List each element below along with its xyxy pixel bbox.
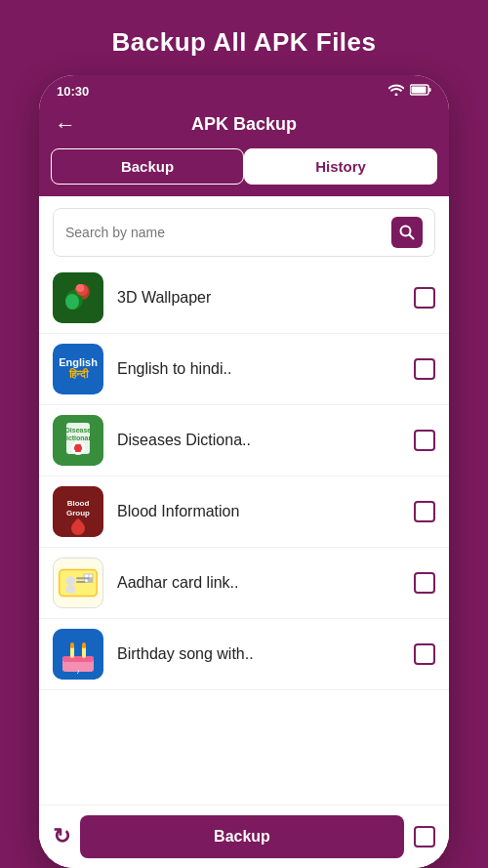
search-button[interactable] bbox=[391, 217, 423, 248]
app-icon-english: English हिन्दी bbox=[53, 344, 103, 394]
status-icons bbox=[388, 83, 431, 99]
svg-point-12 bbox=[76, 284, 84, 292]
list-item: Blood Group Blood Information bbox=[39, 476, 449, 548]
svg-text:Disease: Disease bbox=[65, 427, 92, 434]
checkbox-blood[interactable] bbox=[414, 501, 435, 522]
svg-rect-31 bbox=[76, 577, 89, 579]
app-name-aadhar: Aadhar card link.. bbox=[117, 574, 400, 592]
status-bar: 10:30 bbox=[39, 75, 449, 104]
svg-rect-29 bbox=[90, 574, 93, 577]
page-title: Backup All APK Files bbox=[111, 27, 376, 58]
app-name-english: English to hindi.. bbox=[117, 360, 400, 378]
svg-rect-2 bbox=[429, 88, 431, 92]
search-icon bbox=[399, 225, 415, 240]
app-icon-disease: Disease Dictionary bbox=[53, 415, 103, 466]
svg-text:Blood: Blood bbox=[67, 499, 90, 508]
app-icon-aadhar bbox=[53, 558, 103, 608]
svg-rect-26 bbox=[66, 586, 76, 594]
checkbox-birthday[interactable] bbox=[414, 643, 435, 665]
svg-text:♪: ♪ bbox=[76, 668, 80, 675]
tab-bar: Backup History bbox=[39, 148, 449, 196]
svg-point-25 bbox=[66, 576, 76, 586]
app-name-blood: Blood Information bbox=[117, 503, 400, 520]
app-icon-wallpaper bbox=[53, 272, 103, 323]
battery-icon bbox=[410, 84, 431, 99]
svg-point-10 bbox=[65, 294, 79, 310]
app-icon-birthday: ♪ bbox=[53, 629, 103, 680]
wifi-icon bbox=[388, 83, 404, 99]
select-all-checkbox[interactable] bbox=[414, 826, 435, 847]
list-item: Disease Dictionary Diseases Dictiona.. bbox=[39, 405, 449, 476]
checkbox-aadhar[interactable] bbox=[414, 572, 435, 594]
svg-rect-35 bbox=[62, 656, 94, 662]
page-title-wrapper: Backup All APK Files bbox=[111, 0, 376, 75]
refresh-button[interactable]: ↻ bbox=[53, 824, 70, 849]
tab-history[interactable]: History bbox=[244, 148, 437, 185]
svg-line-4 bbox=[410, 235, 414, 239]
svg-rect-19 bbox=[74, 446, 82, 450]
bottom-bar: ↻ Backup bbox=[39, 805, 449, 868]
app-name-birthday: Birthday song with.. bbox=[117, 645, 400, 663]
phone-frame: 10:30 ← APK Backup Ba bbox=[39, 75, 449, 868]
app-header-title: APK Backup bbox=[191, 114, 297, 135]
back-button[interactable]: ← bbox=[55, 112, 76, 138]
checkbox-disease[interactable] bbox=[414, 430, 435, 451]
search-bar bbox=[53, 208, 435, 257]
list-item: Aadhar card link.. bbox=[39, 548, 449, 619]
search-input[interactable] bbox=[65, 225, 391, 240]
svg-rect-1 bbox=[412, 86, 427, 93]
app-name-wallpaper: 3D Wallpaper bbox=[117, 289, 400, 307]
app-icon-blood: Blood Group bbox=[53, 486, 103, 537]
svg-point-39 bbox=[82, 642, 86, 648]
list-item: 3D Wallpaper bbox=[39, 263, 449, 334]
app-list: 3D Wallpaper English हिन्दी English to h… bbox=[39, 263, 449, 805]
status-time: 10:30 bbox=[57, 84, 89, 99]
svg-text:Dictionary: Dictionary bbox=[61, 434, 95, 442]
svg-point-38 bbox=[70, 642, 74, 648]
checkbox-english[interactable] bbox=[414, 358, 435, 380]
tab-backup[interactable]: Backup bbox=[51, 148, 244, 185]
list-item: English हिन्दी English to hindi.. bbox=[39, 334, 449, 405]
svg-text:Group: Group bbox=[66, 509, 90, 517]
checkbox-wallpaper[interactable] bbox=[414, 287, 435, 309]
backup-button[interactable]: Backup bbox=[80, 815, 404, 858]
list-item: ♪ Birthday song with.. bbox=[39, 619, 449, 690]
svg-rect-32 bbox=[76, 581, 86, 583]
app-header: ← APK Backup bbox=[39, 104, 449, 148]
content-area: 3D Wallpaper English हिन्दी English to h… bbox=[39, 196, 449, 868]
app-name-disease: Diseases Dictiona.. bbox=[117, 432, 400, 449]
